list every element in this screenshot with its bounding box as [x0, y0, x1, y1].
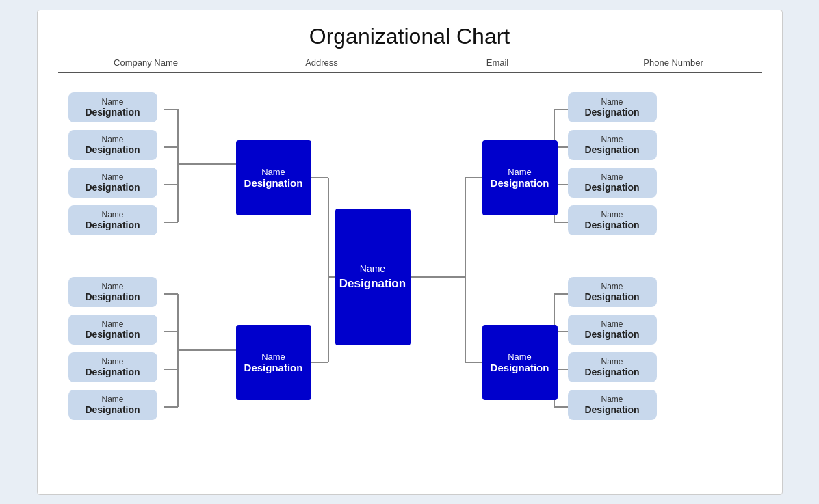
leaf-bl1-name: Name	[77, 282, 149, 291]
leaf-br2-name: Name	[576, 319, 649, 329]
header-company: Company Name	[58, 57, 234, 68]
leaf-tl4[interactable]: Name Designation	[68, 205, 157, 235]
header-address: Address	[234, 57, 410, 68]
leaf-tl1-name: Name	[77, 97, 149, 107]
leaf-br4-name: Name	[576, 395, 649, 404]
center-node[interactable]: Name Designation	[335, 209, 411, 345]
bottom-right-mid-name: Name	[508, 352, 532, 362]
leaf-tr1[interactable]: Name Designation	[568, 92, 657, 122]
top-left-mid-designation: Designation	[244, 177, 303, 189]
leaf-tl4-name: Name	[77, 210, 149, 220]
leaf-tl2[interactable]: Name Designation	[68, 130, 157, 160]
leaf-tr2-designation: Designation	[576, 144, 649, 155]
leaf-tr4[interactable]: Name Designation	[568, 205, 657, 235]
leaf-tr3[interactable]: Name Designation	[568, 168, 657, 198]
bottom-left-mid-name: Name	[261, 352, 285, 362]
header-email: Email	[410, 57, 586, 68]
leaf-tr1-designation: Designation	[576, 107, 649, 118]
chart-body: Name Designation Name Designation Name D…	[58, 85, 763, 468]
leaf-bl2[interactable]: Name Designation	[68, 315, 157, 345]
chart-container: Organizational Chart Company Name Addres…	[37, 10, 783, 495]
header-row: Company Name Address Email Phone Number	[58, 57, 762, 73]
top-left-mid-node[interactable]: Name Designation	[236, 140, 311, 215]
leaf-br1-designation: Designation	[576, 291, 649, 302]
leaf-tl2-designation: Designation	[77, 144, 149, 155]
center-node-designation: Designation	[339, 277, 406, 291]
leaf-bl2-name: Name	[77, 319, 149, 329]
leaf-bl1-designation: Designation	[77, 291, 149, 302]
leaf-tr2-name: Name	[576, 135, 649, 144]
leaf-br1[interactable]: Name Designation	[568, 277, 657, 307]
header-phone: Phone Number	[586, 57, 762, 68]
chart-title: Organizational Chart	[58, 24, 762, 49]
leaf-br3-designation: Designation	[576, 367, 649, 377]
top-right-mid-name: Name	[508, 167, 532, 177]
leaf-tr3-designation: Designation	[576, 182, 649, 193]
leaf-tr4-name: Name	[576, 210, 649, 220]
leaf-tl3-designation: Designation	[77, 182, 149, 193]
connector-lines	[58, 85, 763, 468]
leaf-bl3-name: Name	[77, 357, 149, 367]
leaf-bl1[interactable]: Name Designation	[68, 277, 157, 307]
leaf-br1-name: Name	[576, 282, 649, 291]
leaf-tl1-designation: Designation	[77, 107, 149, 118]
bottom-right-mid-designation: Designation	[491, 362, 549, 373]
leaf-bl4-designation: Designation	[77, 404, 149, 415]
leaf-tr3-name: Name	[576, 172, 649, 182]
leaf-tr2[interactable]: Name Designation	[568, 130, 657, 160]
leaf-br2[interactable]: Name Designation	[568, 315, 657, 345]
leaf-bl3-designation: Designation	[77, 367, 149, 377]
leaf-tl1[interactable]: Name Designation	[68, 92, 157, 122]
bottom-left-mid-node[interactable]: Name Designation	[236, 325, 311, 400]
bottom-right-mid-node[interactable]: Name Designation	[482, 325, 558, 400]
top-right-mid-designation: Designation	[491, 177, 549, 189]
center-node-name: Name	[360, 263, 385, 274]
leaf-bl4-name: Name	[77, 395, 149, 404]
leaf-tl2-name: Name	[77, 135, 149, 144]
leaf-tl3[interactable]: Name Designation	[68, 168, 157, 198]
leaf-tl3-name: Name	[77, 172, 149, 182]
leaf-bl4[interactable]: Name Designation	[68, 390, 157, 420]
leaf-br4[interactable]: Name Designation	[568, 390, 657, 420]
leaf-bl3[interactable]: Name Designation	[68, 352, 157, 382]
leaf-tl4-designation: Designation	[77, 220, 149, 230]
leaf-tr4-designation: Designation	[576, 220, 649, 230]
leaf-br3[interactable]: Name Designation	[568, 352, 657, 382]
top-right-mid-node[interactable]: Name Designation	[482, 140, 558, 215]
leaf-br3-name: Name	[576, 357, 649, 367]
leaf-bl2-designation: Designation	[77, 329, 149, 340]
bottom-left-mid-designation: Designation	[244, 362, 303, 373]
leaf-tr1-name: Name	[576, 97, 649, 107]
leaf-br2-designation: Designation	[576, 329, 649, 340]
leaf-br4-designation: Designation	[576, 404, 649, 415]
top-left-mid-name: Name	[261, 167, 285, 177]
